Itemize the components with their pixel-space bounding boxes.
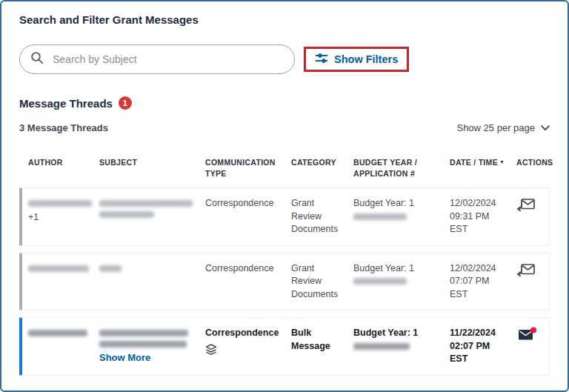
message-thread-row-unread[interactable]: Show More Correspondence Bulk Message Bu…	[19, 317, 550, 376]
date-time-cell: 12/02/2024 07:07 PM EST	[450, 262, 516, 302]
column-header-budget-year: BUDGET YEAR / APPLICATION #	[353, 157, 450, 179]
per-page-label: Show 25 per page	[456, 122, 535, 133]
category-cell: Grant Review Documents	[291, 262, 353, 302]
column-header-date-time-sortable[interactable]: DATE / TIME▼	[450, 157, 516, 179]
additional-authors-label: +1	[28, 211, 90, 225]
redacted-application-number	[353, 278, 407, 285]
time-label: 02:07 PM EST	[450, 340, 508, 366]
reply-message-icon[interactable]	[516, 197, 536, 215]
budget-year-cell: Budget Year: 1	[353, 197, 450, 236]
grant-messages-panel: Search and Filter Grant Messages Show Fi…	[0, 0, 569, 392]
author-cell	[28, 262, 99, 302]
column-header-subject: SUBJECT	[99, 157, 205, 179]
search-input[interactable]	[53, 53, 284, 65]
search-box[interactable]	[19, 44, 295, 74]
category-cell: Grant Review Documents	[291, 197, 353, 236]
show-filters-label: Show Filters	[334, 53, 398, 65]
search-row: Show Filters	[19, 44, 550, 74]
reply-message-icon[interactable]	[516, 262, 536, 280]
date-label: 12/02/2024	[450, 197, 508, 210]
subject-cell	[99, 262, 205, 302]
redacted-author-text	[28, 330, 87, 336]
chevron-down-icon	[541, 122, 550, 133]
message-thread-row[interactable]: Correspondence Grant Review Documents Bu…	[19, 253, 550, 311]
communication-type-label: Correspondence	[205, 327, 282, 340]
thread-count-label: 3 Message Threads	[19, 122, 108, 133]
column-header-communication-type: COMMUNICATION TYPE	[205, 157, 291, 179]
budget-year-label: Budget Year: 1	[353, 197, 441, 210]
date-time-cell: 12/02/2024 09:31 PM EST	[450, 197, 516, 236]
time-label: 09:31 PM EST	[450, 210, 508, 236]
table-header-row: AUTHOR SUBJECT COMMUNICATION TYPE CATEGO…	[19, 153, 550, 187]
filter-sliders-icon	[315, 53, 328, 66]
column-header-author: AUTHOR	[28, 157, 99, 179]
sort-descending-icon: ▼	[499, 159, 505, 165]
column-header-actions: ACTIONS	[516, 157, 560, 179]
actions-cell	[516, 327, 549, 366]
category-cell: Bulk Message	[291, 327, 353, 366]
show-more-link[interactable]: Show More	[99, 352, 150, 363]
budget-year-label: Budget Year: 1	[353, 327, 441, 340]
budget-year-cell: Budget Year: 1	[353, 262, 450, 302]
communication-type-cell: Correspondence	[205, 197, 291, 236]
date-label: 11/22/2024	[450, 327, 508, 340]
message-threads-heading: Message Threads 1	[19, 96, 550, 110]
redacted-subject-text	[99, 265, 122, 272]
unread-message-icon[interactable]	[516, 327, 537, 345]
author-cell: +1	[28, 197, 99, 236]
redacted-author-text	[28, 265, 89, 272]
date-label: 12/02/2024	[450, 262, 508, 276]
page-title: Search and Filter Grant Messages	[19, 13, 550, 26]
message-thread-row[interactable]: +1 Correspondence Grant Review Documents…	[19, 187, 550, 246]
subject-cell: Show More	[99, 327, 205, 366]
redacted-subject-text	[99, 211, 154, 218]
date-time-cell: 11/22/2024 02:07 PM EST	[450, 327, 516, 366]
actions-cell	[516, 262, 549, 302]
time-label: 07:07 PM EST	[450, 275, 508, 301]
annotation-highlight-box: Show Filters	[304, 47, 409, 72]
redacted-application-number	[353, 213, 407, 220]
column-header-category: CATEGORY	[291, 157, 353, 179]
show-filters-button[interactable]: Show Filters	[315, 53, 398, 66]
communication-type-cell: Correspondence	[205, 262, 291, 302]
subject-cell	[99, 197, 205, 236]
actions-cell	[516, 197, 549, 236]
message-threads-title: Message Threads	[19, 97, 113, 110]
per-page-selector[interactable]: Show 25 per page	[456, 122, 550, 133]
unread-count-badge: 1	[119, 96, 132, 110]
redacted-subject-text	[99, 341, 187, 348]
layers-icon	[205, 344, 282, 360]
redacted-author-text	[28, 200, 92, 207]
communication-type-cell: Correspondence	[205, 327, 291, 366]
search-icon	[30, 51, 44, 67]
budget-year-cell: Budget Year: 1	[353, 327, 450, 366]
redacted-subject-text	[99, 330, 188, 336]
redacted-application-number	[353, 343, 410, 350]
budget-year-label: Budget Year: 1	[353, 262, 441, 276]
threads-meta-row: 3 Message Threads Show 25 per page	[19, 122, 550, 133]
author-cell	[28, 327, 99, 366]
redacted-subject-text	[99, 200, 193, 207]
